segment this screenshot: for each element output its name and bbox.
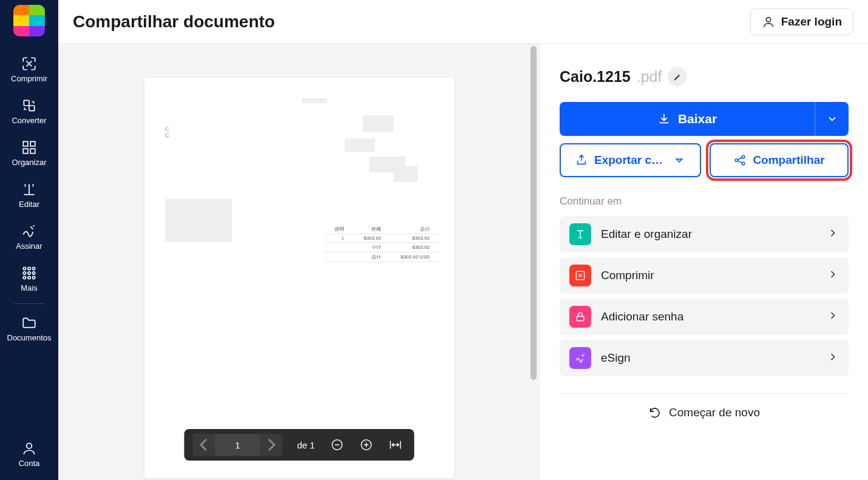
continue-label-text: Adicionar senha: [601, 310, 817, 323]
svg-rect-4: [23, 149, 28, 154]
compress-icon: [569, 265, 591, 286]
login-label: Fazer login: [781, 15, 842, 29]
viewer-scrollbar[interactable]: [531, 46, 538, 474]
user-icon: [762, 15, 775, 29]
chevron-right-icon: [827, 268, 839, 283]
export-label: Exportar c…: [594, 154, 663, 167]
invoice-left-text: C C: [165, 126, 169, 138]
convert-icon: [21, 98, 37, 113]
sidebar-label: Documentos: [7, 333, 52, 342]
page-of-label: de 1: [297, 440, 314, 450]
header: Compartilhar documento Fazer login: [58, 0, 868, 44]
download-button[interactable]: Baixar: [560, 102, 815, 136]
share-label: Compartilhar: [753, 154, 824, 167]
zoom-in-button[interactable]: [356, 434, 377, 455]
chevron-right-icon: [827, 227, 839, 242]
svg-point-11: [32, 272, 35, 274]
signature-icon: [569, 347, 591, 369]
svg-rect-2: [23, 141, 28, 146]
sidebar-item-more[interactable]: Mais: [0, 258, 58, 300]
continue-item-edit[interactable]: Editar e organizar: [560, 216, 849, 252]
chevron-right-icon: [827, 309, 839, 324]
zoom-out-button[interactable]: [327, 434, 348, 455]
svg-point-8: [32, 267, 35, 269]
sidebar-item-edit[interactable]: Editar: [0, 174, 58, 216]
svg-rect-0: [24, 100, 29, 106]
sidebar-label: Organizar: [12, 158, 46, 167]
share-icon: [733, 154, 747, 167]
chevron-down-icon: [826, 113, 838, 125]
edit-icon: [21, 181, 37, 197]
sidebar-item-account[interactable]: Conta: [0, 433, 58, 480]
sidebar-label: Comprimir: [11, 74, 47, 83]
sidebar-item-sign[interactable]: Assinar: [0, 216, 58, 258]
sidebar-label: Assinar: [16, 242, 42, 251]
prev-page-button[interactable]: [192, 434, 214, 456]
viewer-toolbar: 1 de 1: [184, 429, 414, 461]
export-icon: [575, 154, 588, 167]
svg-rect-1: [29, 106, 35, 111]
fit-width-button[interactable]: [385, 434, 406, 455]
sidebar-label: Mais: [21, 283, 37, 292]
continue-item-esign[interactable]: eSign: [560, 340, 849, 376]
chevron-right-icon: [260, 434, 282, 456]
sidebar-item-organize[interactable]: Organizar: [0, 132, 58, 174]
pdf-viewer: C C 说明价格总计 1$303.92$303.92 小计$303.92 总计$…: [58, 44, 540, 480]
filename-text: Caio.1215: [560, 68, 631, 86]
rename-button[interactable]: [668, 67, 687, 86]
start-over-label: Começar de novo: [669, 406, 760, 419]
app-logo[interactable]: [13, 5, 45, 36]
continue-label-text: Comprimir: [601, 269, 817, 282]
svg-point-15: [27, 443, 32, 448]
svg-rect-23: [577, 316, 584, 321]
svg-point-16: [766, 17, 770, 21]
folder-icon: [21, 315, 37, 331]
share-button[interactable]: Compartilhar: [710, 143, 849, 177]
continue-item-password[interactable]: Adicionar senha: [560, 299, 849, 335]
svg-point-12: [23, 276, 25, 279]
svg-rect-3: [30, 141, 35, 146]
page-title: Compartilhar documento: [73, 12, 275, 32]
download-options-button[interactable]: [815, 102, 849, 136]
chevron-right-icon: [827, 351, 839, 365]
action-panel: Caio.1215.pdf Baixar: [540, 44, 868, 480]
lock-icon: [569, 306, 591, 328]
fit-width-icon: [389, 438, 402, 451]
login-button[interactable]: Fazer login: [750, 8, 853, 35]
sidebar-label: Editar: [19, 200, 39, 209]
filename-row: Caio.1215.pdf: [560, 67, 849, 86]
plus-circle-icon: [360, 438, 373, 451]
continue-label-text: Editar e organizar: [601, 228, 817, 241]
pdf-page[interactable]: C C 说明价格总计 1$303.92$303.92 小计$303.92 总计$…: [144, 78, 454, 478]
sidebar: Comprimir Converter Organizar Editar Ass…: [0, 0, 58, 480]
compress-icon: [21, 56, 37, 72]
invoice-table: 说明价格总计 1$303.92$303.92 小计$303.92 总计$303.…: [325, 225, 439, 262]
caret-down-icon: [673, 154, 686, 167]
svg-point-9: [23, 272, 25, 274]
start-over-button[interactable]: Começar de novo: [560, 406, 849, 419]
svg-point-13: [28, 276, 30, 279]
grid-icon: [21, 265, 37, 281]
organize-icon: [21, 140, 37, 155]
sidebar-item-compress[interactable]: Comprimir: [0, 49, 58, 90]
text-icon: [569, 223, 591, 245]
sidebar-divider: [14, 303, 44, 304]
minus-circle-icon: [331, 438, 344, 451]
svg-point-10: [28, 272, 30, 274]
continue-item-compress[interactable]: Comprimir: [560, 257, 849, 294]
chevron-left-icon: [192, 434, 214, 456]
next-page-button[interactable]: [260, 434, 282, 456]
svg-rect-5: [30, 149, 35, 154]
sidebar-label: Converter: [12, 116, 46, 125]
page-number-input[interactable]: 1: [214, 434, 260, 456]
svg-point-6: [23, 267, 25, 269]
user-icon: [21, 441, 37, 456]
continue-label-text: eSign: [601, 351, 817, 365]
sidebar-item-documents[interactable]: Documentos: [0, 308, 58, 350]
sign-icon: [21, 223, 37, 239]
continue-label: Continuar em: [560, 195, 849, 208]
download-label: Baixar: [678, 112, 717, 126]
export-as-button[interactable]: Exportar c…: [560, 143, 701, 177]
sidebar-item-convert[interactable]: Converter: [0, 90, 58, 132]
download-icon: [657, 112, 671, 126]
